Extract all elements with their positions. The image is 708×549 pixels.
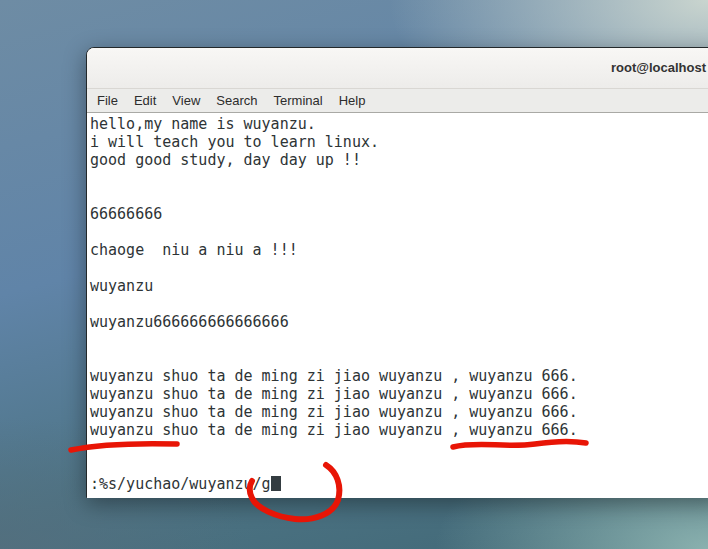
terminal-line: wuyanzu shuo ta de ming zi jiao wuyanzu … bbox=[90, 367, 708, 385]
terminal-menubar: File Edit View Search Terminal Help bbox=[87, 89, 708, 113]
terminal-line: wuyanzu shuo ta de ming zi jiao wuyanzu … bbox=[90, 403, 708, 421]
terminal-screen[interactable]: hello,my name is wuyanzu. i will teach y… bbox=[87, 113, 708, 498]
menu-file[interactable]: File bbox=[89, 91, 126, 110]
terminal-window: root@localhost File Edit View Search Ter… bbox=[86, 47, 708, 498]
menu-search[interactable]: Search bbox=[208, 91, 265, 110]
menu-view[interactable]: View bbox=[164, 91, 208, 110]
terminal-line: chaoge niu a niu a !!! bbox=[90, 241, 708, 259]
terminal-line: i will teach you to learn linux. bbox=[90, 133, 708, 151]
terminal-line: wuyanzu666666666666666 bbox=[90, 313, 708, 331]
window-titlebar[interactable]: root@localhost bbox=[87, 48, 708, 89]
terminal-cursor bbox=[271, 476, 281, 491]
terminal-line bbox=[90, 331, 708, 349]
terminal-line bbox=[90, 439, 708, 457]
terminal-line: good good study, day day up !! bbox=[90, 151, 708, 169]
window-title: root@localhost bbox=[611, 60, 706, 75]
menu-edit[interactable]: Edit bbox=[126, 91, 164, 110]
vim-command-text: :%s/yuchao/wuyanzu/g bbox=[90, 475, 271, 493]
desktop: { "window": { "title": "root@localhost" … bbox=[0, 0, 708, 549]
terminal-line bbox=[90, 187, 708, 205]
terminal-line: 66666666 bbox=[90, 205, 708, 223]
menu-terminal[interactable]: Terminal bbox=[266, 91, 331, 110]
terminal-line: hello,my name is wuyanzu. bbox=[90, 115, 708, 133]
terminal-line bbox=[90, 349, 708, 367]
vim-command-line: :%s/yuchao/wuyanzu/g bbox=[90, 475, 708, 493]
terminal-line bbox=[90, 295, 708, 313]
terminal-line bbox=[90, 169, 708, 187]
terminal-line: wuyanzu shuo ta de ming zi jiao wuyanzu … bbox=[90, 421, 708, 439]
menu-help[interactable]: Help bbox=[331, 91, 374, 110]
terminal-line bbox=[90, 259, 708, 277]
terminal-line: wuyanzu bbox=[90, 277, 708, 295]
terminal-line bbox=[90, 223, 708, 241]
terminal-line: wuyanzu shuo ta de ming zi jiao wuyanzu … bbox=[90, 385, 708, 403]
terminal-line bbox=[90, 457, 708, 475]
